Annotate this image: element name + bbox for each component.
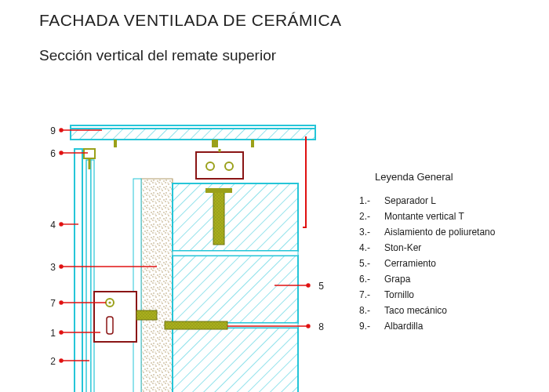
svg-rect-27 (173, 328, 298, 392)
svg-rect-26 (173, 256, 298, 323)
svg-rect-33 (94, 292, 136, 342)
montante-t (86, 160, 91, 392)
svg-rect-18 (215, 140, 218, 147)
svg-rect-20 (196, 152, 243, 179)
svg-rect-25 (173, 183, 298, 251)
svg-rect-17 (212, 140, 215, 147)
svg-rect-12 (84, 149, 95, 158)
svg-rect-32 (165, 321, 227, 329)
svg-rect-31 (205, 188, 232, 193)
section-diagram (0, 0, 549, 392)
albardilla (71, 125, 315, 147)
cerramiento (173, 183, 298, 392)
svg-rect-16 (114, 140, 117, 147)
svg-point-34 (108, 301, 111, 303)
svg-rect-28 (173, 251, 298, 256)
svg-rect-24 (133, 179, 141, 392)
svg-rect-14 (71, 129, 315, 140)
top-plate (196, 149, 243, 179)
ston-ker-panel (75, 149, 82, 392)
svg-rect-19 (251, 140, 254, 147)
svg-rect-36 (136, 310, 157, 320)
svg-rect-30 (213, 191, 224, 245)
svg-rect-35 (107, 317, 113, 334)
aislamiento (141, 179, 173, 392)
svg-rect-15 (71, 125, 315, 129)
svg-rect-11 (91, 160, 94, 392)
flashing-red (303, 136, 306, 227)
